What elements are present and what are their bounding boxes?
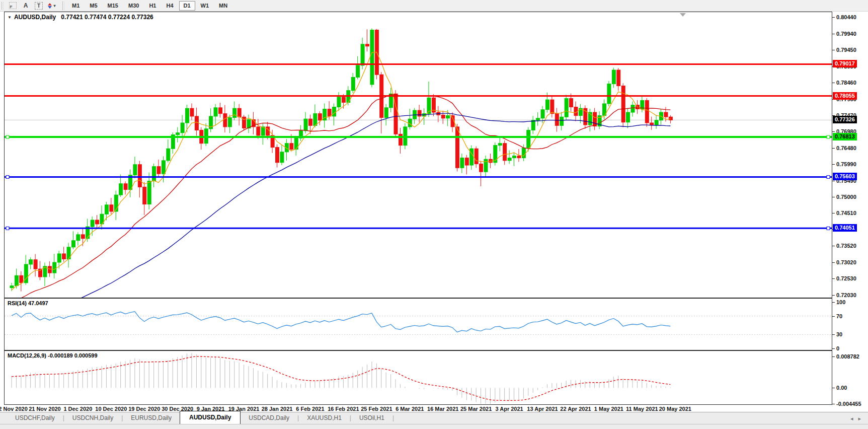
date-label: 22 Apr 2021 (560, 406, 591, 412)
date-label: 1 Dec 2020 (63, 406, 92, 412)
rsi-tick-label: 30 (836, 331, 842, 338)
date-label: 25 Mar 2021 (460, 406, 492, 412)
axis-tick (832, 164, 835, 165)
arrow-styles-button[interactable]: ▾ (46, 1, 58, 11)
date-label: 12 Nov 2020 (0, 406, 28, 412)
axis-tick (832, 348, 835, 349)
macd-tick-label: 0.008782 (836, 353, 859, 360)
date-label: 13 Apr 2021 (527, 406, 558, 412)
date-label: 16 Mar 2021 (427, 406, 458, 412)
rsi-indicator-panel[interactable]: RSI(14) 47.0497 (4, 298, 832, 350)
status-bar (0, 424, 868, 429)
axis-tick (832, 246, 835, 246)
axis-tick (832, 148, 835, 149)
text-box-icon: T (35, 2, 43, 10)
level-price-badge: 0.79017 (833, 60, 857, 67)
date-label: 11 May 2021 (626, 406, 658, 412)
axis-tick (832, 278, 835, 279)
tab-scroll-left-icon[interactable]: ◂ (850, 415, 853, 422)
text-box-button[interactable]: T (33, 1, 45, 11)
macd-tick-label: -0.004455 (836, 400, 861, 407)
price-tick-label: 0.74510 (836, 209, 856, 217)
toolbar-drag-grip[interactable] (2, 2, 4, 10)
date-label: 21 Nov 2020 (29, 406, 61, 412)
date-label: 25 Feb 2021 (361, 406, 392, 412)
timeframe-button-m30[interactable]: M30 (124, 1, 143, 11)
rsi-chart-canvas[interactable] (5, 299, 832, 350)
price-tick-label: 0.73520 (836, 242, 856, 249)
price-chart-canvas[interactable] (5, 12, 832, 298)
price-tick-label: 0.75000 (836, 193, 856, 200)
timeframe-button-h1[interactable]: H1 (144, 1, 161, 11)
level-price-badge: 0.75603 (833, 173, 857, 180)
axis-tick (832, 404, 835, 404)
price-tick-label: 0.80440 (836, 14, 856, 21)
macd-indicator-panel[interactable]: MACD(12,26,9) -0.000189 0.000599 (4, 350, 832, 405)
rsi-tick-label: 70 (836, 313, 842, 320)
date-label: 20 May 2021 (659, 406, 691, 412)
timeframe-toolbar-grip[interactable] (62, 2, 64, 10)
axis-tick (832, 17, 835, 18)
chart-window: ▼AUDUSD,Daily0.77421 0.77474 0.77224 0.7… (0, 12, 868, 412)
axis-tick (832, 83, 835, 83)
timeframe-button-m5[interactable]: M5 (85, 1, 102, 11)
top-toolbar: F A T ▾ M1M5M15M30H1H4D1W1MN (0, 0, 868, 12)
timeframe-button-h4[interactable]: H4 (162, 1, 178, 11)
tab-usdcnh-daily[interactable]: USDCNH,Daily (64, 412, 121, 424)
rsi-tick-label: 0 (836, 345, 839, 352)
tab-eurusd-daily[interactable]: EURUSD,Daily (123, 412, 180, 424)
axis-tick (832, 181, 835, 181)
level-price-badge: 0.76813 (833, 133, 857, 140)
tab-separator: | (392, 414, 394, 424)
chart-tabs: USDCHF,Daily|USDCNH,Daily|EURUSD,DailyAU… (7, 412, 394, 424)
date-label: 10 Dec 2020 (95, 406, 127, 412)
tab-usdchf-daily[interactable]: USDCHF,Daily (7, 412, 63, 424)
axis-tick (832, 316, 835, 317)
axis-tick (832, 131, 835, 132)
price-tick-label: 0.73020 (836, 259, 856, 266)
price-tick-label: 0.76480 (836, 145, 856, 152)
timeframe-button-mn[interactable]: MN (214, 1, 232, 11)
chart-shift-marker[interactable] (680, 13, 686, 17)
chart-grid-button[interactable]: F (7, 1, 19, 11)
tab-usoil-h1[interactable]: USOil,H1 (351, 412, 392, 424)
price-tick-label: 0.79940 (836, 30, 856, 37)
level-price-badge: 0.78055 (833, 92, 857, 100)
price-tick-label: 0.78460 (836, 79, 856, 86)
tab-scroll-arrows: ◂ ▸ (850, 415, 868, 424)
chart-tab-bar: USDCHF,Daily|USDCNH,Daily|EURUSD,DailyAU… (0, 412, 868, 424)
tab-xauusd-h1[interactable]: XAUUSD,H1 (299, 412, 350, 424)
axis-tick (832, 302, 835, 303)
macd-chart-canvas[interactable] (5, 351, 832, 404)
axis-tick (832, 50, 835, 50)
tab-usdcad-daily[interactable]: USDCAD,Daily (241, 412, 297, 424)
price-chart-panel[interactable]: ▼AUDUSD,Daily0.77421 0.77474 0.77224 0.7… (4, 12, 832, 298)
price-tick-label: 0.79450 (836, 46, 856, 53)
tab-scroll-right-icon[interactable]: ▸ (858, 415, 861, 422)
date-label: 6 Mar 2021 (396, 406, 424, 412)
date-label: 1 May 2021 (594, 406, 623, 412)
current-price-badge: 0.77326 (833, 116, 857, 123)
timeframe-button-m15[interactable]: M15 (103, 1, 123, 11)
date-label: 16 Feb 2021 (328, 406, 359, 412)
level-price-badge: 0.74051 (833, 224, 857, 232)
arrow-styles-icon (48, 3, 52, 9)
date-label: 28 Jan 2021 (262, 406, 293, 412)
tab-audusd-daily[interactable]: AUDUSD,Daily (180, 411, 241, 424)
text-label-button[interactable]: A (20, 1, 32, 11)
timeframe-button-m1[interactable]: M1 (67, 1, 84, 11)
axis-tick (832, 262, 835, 263)
price-tick-label: 0.72030 (836, 292, 856, 299)
timeframe-button-d1[interactable]: D1 (179, 1, 195, 11)
date-label: 19 Dec 2020 (128, 406, 160, 412)
axis-tick (832, 213, 835, 213)
axis-tick (832, 334, 835, 335)
price-tick-label: 0.75990 (836, 161, 856, 168)
chevron-down-icon: ▾ (53, 4, 55, 8)
chart-grid-f-icon: F (9, 2, 17, 9)
axis-tick (832, 197, 835, 197)
timeframe-button-w1[interactable]: W1 (196, 1, 214, 11)
date-label: 6 Feb 2021 (296, 406, 324, 412)
timeframe-button-group: M1M5M15M30H1H4D1W1MN (67, 1, 232, 11)
date-label: 3 Apr 2021 (495, 406, 523, 412)
